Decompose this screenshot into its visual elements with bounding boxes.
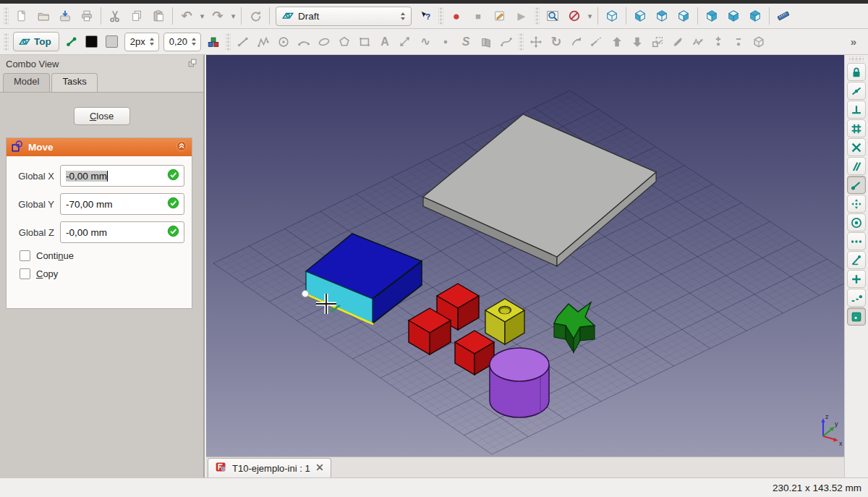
toolbar-grip[interactable] <box>226 33 231 51</box>
toolbar-grip[interactable] <box>4 33 9 51</box>
measure-distance-button[interactable] <box>773 6 794 26</box>
global-y-input[interactable]: -70,00 mm <box>60 193 184 215</box>
save-button[interactable] <box>54 6 76 26</box>
draft-facebinder-button[interactable] <box>476 33 496 51</box>
global-z-input[interactable]: -0,00 mm <box>60 221 184 243</box>
draw-style-dropdown[interactable]: ▾ <box>585 6 595 26</box>
draft-dimension-button[interactable] <box>395 33 415 51</box>
spin-arrows[interactable] <box>148 38 156 46</box>
whats-this-button[interactable]: ? <box>414 6 436 26</box>
toolbar-grip[interactable] <box>519 33 524 51</box>
copy-button[interactable] <box>126 6 148 26</box>
draft-polygon-button[interactable] <box>334 33 354 51</box>
macro-stop-button[interactable]: ■ <box>467 6 489 26</box>
toolbar-grip[interactable] <box>438 7 443 25</box>
float-panel-icon[interactable] <box>187 58 197 70</box>
toggle-snap-button[interactable] <box>61 33 82 51</box>
tab-tasks[interactable]: Tasks <box>51 73 97 92</box>
move-task-header[interactable]: Move <box>7 138 192 156</box>
snap-perpendicular-toggle[interactable] <box>847 101 866 119</box>
view-top-button[interactable] <box>651 6 673 26</box>
macro-edit-button[interactable] <box>489 6 511 26</box>
draft-ellipse-button[interactable] <box>314 33 334 51</box>
snapbar-grip[interactable] <box>849 56 864 61</box>
view-front-button[interactable] <box>629 6 651 26</box>
draft-to-sketch-button[interactable] <box>749 33 769 51</box>
draft-upgrade-button[interactable] <box>607 33 627 51</box>
snap-working-plane-toggle[interactable] <box>847 307 866 326</box>
object-base-plate[interactable] <box>423 114 656 266</box>
view-left-button[interactable] <box>744 6 766 26</box>
draft-line-button[interactable] <box>233 33 253 51</box>
fit-all-button[interactable] <box>542 6 563 26</box>
spin-arrows[interactable] <box>190 38 197 46</box>
object-yellow-cube[interactable] <box>485 299 524 344</box>
snap-grid-toggle[interactable] <box>847 119 866 137</box>
draft-delete-point-button[interactable] <box>728 33 749 51</box>
draft-wire-button[interactable] <box>253 33 273 51</box>
object-red-cube-3[interactable] <box>455 331 494 375</box>
autogroup-button[interactable] <box>203 33 224 51</box>
workbench-selector[interactable]: Draft <box>276 7 412 26</box>
refresh-button[interactable] <box>244 6 266 26</box>
draft-rotate-button[interactable]: ↻ <box>546 33 566 51</box>
draft-point-button[interactable] <box>435 33 456 51</box>
tab-close-icon[interactable] <box>315 463 324 474</box>
toolbar-grip[interactable] <box>4 7 9 25</box>
new-document-button[interactable] <box>11 6 33 26</box>
working-plane-button[interactable]: Top <box>13 32 59 51</box>
draft-shapestring-button[interactable]: S <box>456 33 476 51</box>
snap-special-toggle[interactable] <box>847 195 866 213</box>
view-right-button[interactable] <box>673 6 694 26</box>
workbench-spin-arrows[interactable] <box>399 12 407 20</box>
draft-edit-button[interactable] <box>668 33 688 51</box>
global-x-input[interactable]: -0,00 mm <box>60 165 184 187</box>
collapse-task-icon[interactable] <box>176 140 187 154</box>
snap-extension-toggle[interactable] <box>847 289 866 307</box>
snap-endpoint-toggle[interactable] <box>847 176 866 194</box>
document-tab[interactable]: T10-ejemplo-ini : 1 <box>208 458 331 477</box>
undo-dropdown[interactable]: ▾ <box>197 6 207 26</box>
draft-add-point-button[interactable] <box>708 33 728 51</box>
scale-spinbox[interactable]: 0,20 <box>163 33 201 51</box>
macro-record-button[interactable]: ● <box>446 6 467 26</box>
view-axonometric-button[interactable] <box>601 6 623 26</box>
draft-offset-button[interactable] <box>566 33 587 51</box>
snap-parallel-toggle[interactable] <box>847 157 866 175</box>
undo-button[interactable]: ↶ <box>176 6 197 26</box>
snap-lock-toggle[interactable] <box>847 63 866 81</box>
paste-button[interactable] <box>148 6 169 26</box>
draft-trimex-button[interactable] <box>587 33 607 51</box>
draft-text-button[interactable]: A <box>375 33 395 51</box>
draft-move-button[interactable] <box>526 33 546 51</box>
print-button[interactable] <box>76 6 98 26</box>
cut-button[interactable] <box>104 6 126 26</box>
draft-downgrade-button[interactable] <box>627 33 647 51</box>
draft-rectangle-button[interactable] <box>354 33 375 51</box>
macro-play-button[interactable]: ▶ <box>511 6 532 26</box>
snap-center-toggle[interactable] <box>847 213 866 231</box>
line-width-spinbox[interactable]: 2px <box>124 33 159 51</box>
3d-viewport[interactable]: z y x <box>206 55 844 456</box>
view-rear-button[interactable] <box>701 6 723 26</box>
snap-near-toggle[interactable] <box>847 270 866 288</box>
continue-checkbox[interactable] <box>20 250 30 261</box>
draft-bezier-button[interactable] <box>496 33 516 51</box>
draw-style-button[interactable] <box>563 6 585 26</box>
snap-intersection-toggle[interactable] <box>847 138 866 156</box>
view-bottom-button[interactable] <box>723 6 744 26</box>
snap-midpoint-toggle[interactable] <box>847 82 866 100</box>
draft-arc-button[interactable] <box>294 33 314 51</box>
toolbar-grip[interactable] <box>535 7 540 25</box>
snap-dimensions-toggle[interactable] <box>847 232 866 250</box>
snap-angle-toggle[interactable] <box>847 251 866 269</box>
draft-circle-button[interactable] <box>273 33 294 51</box>
close-task-button[interactable]: Close <box>74 107 130 125</box>
redo-button[interactable]: ↷ <box>207 6 229 26</box>
tab-model[interactable]: Model <box>3 73 50 92</box>
redo-dropdown[interactable]: ▾ <box>229 6 238 26</box>
object-purple-cylinder[interactable] <box>490 348 549 417</box>
draft-bspline-button[interactable]: ∿ <box>415 33 435 51</box>
open-document-button[interactable] <box>33 6 54 26</box>
line-color-swatch[interactable] <box>82 33 102 51</box>
